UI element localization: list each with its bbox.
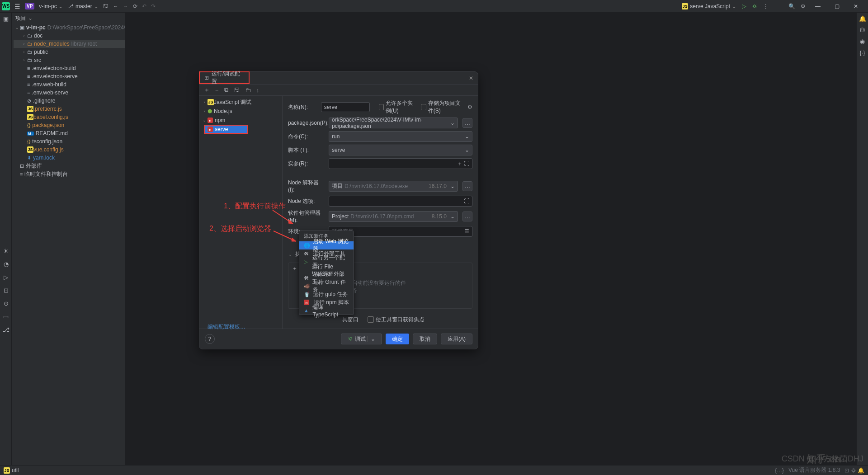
save-icon[interactable]: 🖫: [103, 3, 108, 9]
js-icon: JS: [27, 146, 33, 153]
help-button[interactable]: ?: [205, 334, 215, 344]
panel-header[interactable]: 项目 ⌄: [12, 13, 125, 24]
tree-folder-public[interactable]: ›🗀public: [14, 48, 125, 56]
cancel-button[interactable]: 取消: [413, 334, 437, 344]
add-task-icon[interactable]: ＋: [292, 265, 297, 273]
redo-icon[interactable]: ↷: [151, 3, 156, 9]
tree-file[interactable]: ≡.env.web-build: [14, 80, 125, 89]
tree-file[interactable]: JSbabel.config.js: [14, 113, 125, 121]
status-bracket[interactable]: {…}: [775, 467, 784, 474]
tree-ext-lib[interactable]: ⊞外部库: [14, 162, 125, 170]
tree-file[interactable]: ≡.env.electron-build: [14, 64, 125, 72]
undo-icon[interactable]: ↶: [142, 3, 146, 9]
code-icon[interactable]: {·}: [859, 49, 865, 56]
search-icon[interactable]: 🔍: [788, 3, 795, 9]
config-serve[interactable]: nserve: [204, 125, 248, 134]
run-tool-icon[interactable]: ▷: [4, 274, 8, 281]
label-script: 脚本 (T):: [288, 146, 324, 154]
ctx-item-grunt[interactable]: 🐗运行 Grunt 任务: [299, 282, 354, 290]
input-name[interactable]: [321, 102, 370, 112]
apply-button[interactable]: 应用(A): [441, 334, 472, 344]
tree-file[interactable]: ≡.env.web-serve: [14, 89, 125, 97]
problems-icon[interactable]: ⊙: [4, 300, 9, 307]
browse-icon[interactable]: …: [462, 212, 472, 221]
settings-icon[interactable]: ⚙: [801, 3, 806, 9]
checkbox-allow-multi[interactable]: 允许多个实例(U): [379, 99, 417, 115]
run-config-selector[interactable]: JS serve JavaScript ⌄: [682, 3, 736, 9]
tree-file[interactable]: {}tsconfig.json: [14, 137, 125, 146]
input-node-opt[interactable]: ⛶: [329, 196, 472, 207]
refresh-icon[interactable]: ⟳: [133, 3, 137, 9]
run-icon[interactable]: ▷: [742, 3, 746, 9]
database-icon[interactable]: ⛁: [860, 27, 865, 33]
vcs-icon[interactable]: ⎇: [3, 326, 9, 333]
maximize-icon[interactable]: ▢: [830, 2, 844, 11]
config-npm[interactable]: ⌄nnpm: [199, 116, 282, 125]
structure-icon[interactable]: ☀: [3, 248, 9, 254]
select-pkgjson[interactable]: orkSpace\FreeSpace\2024\V-IM\v-im-pc\pac…: [329, 118, 458, 128]
sort-config-icon[interactable]: ↕: [256, 87, 259, 94]
tree-folder-src[interactable]: ›🗀src: [14, 56, 125, 64]
project-badge[interactable]: VP: [25, 3, 34, 9]
project-dropdown[interactable]: v-im-pc ⌄: [39, 3, 63, 9]
tree-file[interactable]: JSvue.config.js: [14, 146, 125, 154]
tree-file[interactable]: ⊘.gitignore: [14, 97, 125, 105]
webstorm-logo: WS: [2, 2, 10, 10]
debug-icon[interactable]: ⛭: [752, 3, 758, 9]
minimize-icon[interactable]: —: [811, 2, 825, 11]
save-config-icon[interactable]: 🖫: [234, 87, 240, 94]
more-icon[interactable]: ⋮: [763, 3, 769, 9]
npm-icon: n: [208, 118, 213, 123]
terminal-icon[interactable]: ▭: [3, 313, 9, 320]
select-pkg-mgr[interactable]: ProjectD:\nvm\v16.17.0\npm.cmd8.15.0⌄: [329, 211, 458, 222]
tree-file[interactable]: {}package.json: [14, 121, 125, 129]
debug-button[interactable]: ⛭调试 ⌄: [341, 334, 382, 344]
ctx-item-ts[interactable]: ▲编译 TypeScript: [299, 306, 354, 315]
tree-root[interactable]: ⌄▣v-im-pcD:\WorkSpace\FreeSpace\2024\V-…: [14, 24, 125, 32]
tree-file[interactable]: ≡.env.electron-serve: [14, 72, 125, 80]
coverage-icon[interactable]: ◉: [860, 38, 865, 45]
select-cmd[interactable]: run⌄: [329, 131, 472, 142]
input-args[interactable]: ＋ ⛶: [329, 158, 472, 169]
browse-icon[interactable]: …: [462, 118, 472, 128]
project-tool-icon[interactable]: ▣: [3, 15, 9, 22]
ctx-item-gulp[interactable]: 🥤运行 gulp 任务: [299, 290, 354, 298]
services-icon[interactable]: ⊡: [4, 287, 9, 294]
config-nodejs[interactable]: ›⬢Node.js: [199, 107, 282, 116]
checkbox-focus-tool[interactable]: 使工具窗口获得焦点: [368, 316, 425, 324]
tree-file[interactable]: M↓README.md: [14, 129, 125, 137]
commit-icon[interactable]: ◔: [4, 261, 9, 268]
tree-file[interactable]: ⬇yarn.lock: [14, 154, 125, 162]
folder-config-icon[interactable]: 🗀: [245, 87, 251, 94]
config-jsdebug[interactable]: ›JSJavaScript 调试: [199, 98, 282, 107]
remove-config-icon[interactable]: −: [215, 87, 219, 94]
close-icon[interactable]: ✕: [849, 2, 863, 11]
forward-icon[interactable]: →: [123, 3, 128, 9]
branch-dropdown[interactable]: ⎇ master ⌄: [67, 3, 99, 9]
ctx-item-webbrowser[interactable]: 🌐启动 Web 浏览器: [299, 241, 354, 249]
tree-folder-nodemodules[interactable]: ›🗀node_moduleslibrary root: [14, 40, 125, 48]
back-icon[interactable]: ←: [113, 3, 118, 9]
copy-config-icon[interactable]: ⧉: [224, 86, 228, 94]
notifications-icon[interactable]: 🔔: [859, 15, 866, 22]
js-icon: JS: [682, 3, 688, 9]
gear-icon[interactable]: ⚙: [467, 104, 472, 110]
tree-scratch[interactable]: ≡临时文件和控制台: [14, 170, 125, 178]
ok-button[interactable]: 确定: [386, 334, 409, 344]
edit-template-link[interactable]: 编辑配置模板…: [204, 320, 249, 334]
annotation-2: 2、选择启动浏览器: [209, 224, 271, 234]
js-icon: JS: [27, 106, 33, 112]
hamburger-icon[interactable]: ☰: [14, 3, 20, 10]
status-vue[interactable]: Vue 语言服务器 1.8.3: [788, 466, 840, 474]
arrow-icon: [271, 229, 301, 245]
tree-folder-doc[interactable]: ›🗀doc: [14, 32, 125, 40]
dialog-close-icon[interactable]: ✕: [464, 75, 478, 81]
select-script[interactable]: serve⌄: [329, 145, 472, 155]
select-interp[interactable]: 项目D:\nvm\v16.17.0\node.exe16.17.0⌄: [329, 181, 458, 192]
checkbox-store-proj[interactable]: 存储为项目文件(S): [421, 99, 463, 115]
browse-icon[interactable]: …: [462, 181, 472, 191]
status-icons[interactable]: ⊡ ⯐ 🔔: [844, 467, 864, 474]
statusbar: JS util {…} Vue 语言服务器 1.8.3 ⊡ ⯐ 🔔: [0, 465, 868, 475]
add-config-icon[interactable]: ＋: [204, 86, 210, 94]
tree-file[interactable]: JS.prettierrc.js: [14, 105, 125, 113]
